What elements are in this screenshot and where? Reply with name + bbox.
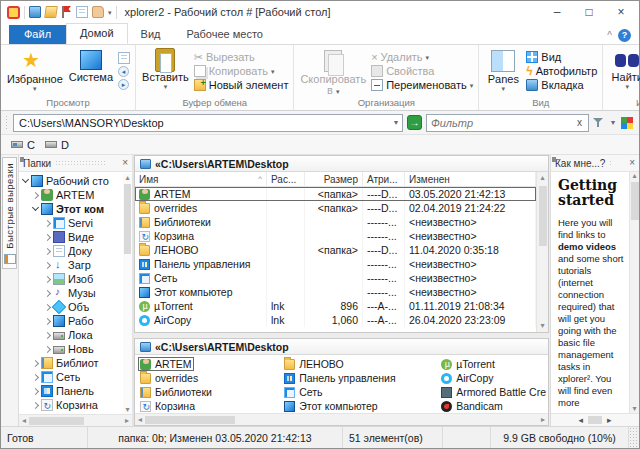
expander-icon[interactable] [44, 289, 51, 296]
header-grip[interactable] [609, 160, 612, 167]
go-button[interactable]: → [407, 115, 422, 130]
color-grid-icon[interactable] [621, 117, 633, 129]
tab-workspace[interactable]: Рабочее место [173, 25, 276, 44]
expander-icon[interactable] [22, 176, 29, 183]
tree-item-desktop[interactable]: Рабочий сто [19, 174, 132, 188]
cut-button[interactable]: ✂ Вырезать [194, 51, 289, 63]
file-row[interactable]: ЛЕНОВО<папка>----D...11.04.2020 0:35:18 [135, 243, 536, 257]
tree-item-artem[interactable]: ARTEM [19, 188, 132, 202]
close-panel-icon[interactable]: × [122, 158, 128, 168]
panes-button[interactable]: Panes ▾ [482, 46, 524, 96]
scroll-up-icon[interactable]: ▴ [123, 174, 133, 182]
expander-icon[interactable] [32, 387, 39, 394]
grid-item[interactable]: Сеть [282, 385, 324, 399]
expander-icon[interactable] [44, 275, 51, 282]
file-row[interactable]: Панель управления------...<неизвестно> [135, 257, 536, 271]
delete-button[interactable]: × Удалить ▾ [371, 51, 473, 63]
system-button[interactable]: Система [66, 46, 116, 96]
file-row[interactable]: Библиотеки------...<неизвестно> [135, 215, 536, 229]
expander-icon[interactable] [44, 303, 51, 310]
resize-grip[interactable] [629, 427, 639, 448]
grid-item[interactable]: ARTEM [138, 357, 194, 371]
help-icon[interactable]: ? [618, 29, 631, 42]
filter-input[interactable] [431, 117, 575, 129]
maximize-icon[interactable]: □ [573, 2, 605, 23]
grid-item[interactable]: Библиотеки [138, 385, 214, 399]
column-header-ext[interactable]: Рас... [267, 172, 305, 186]
address-combo[interactable]: C:\Users\MANSORY\Desktop ▾ [13, 114, 403, 132]
tree-item-desktop-folder[interactable]: Рабо [19, 314, 132, 328]
close-icon[interactable]: × [605, 2, 637, 23]
expander-icon[interactable] [44, 331, 51, 338]
scrollbar-thumb[interactable] [631, 182, 639, 220]
address-path[interactable]: C:\Users\MANSORY\Desktop [19, 117, 388, 129]
scroll-down-icon[interactable]: ▾ [123, 406, 133, 414]
open-folder-icon[interactable] [44, 6, 58, 18]
tree-item-videos[interactable]: Виде [19, 230, 132, 244]
scroll-right-icon[interactable]: ▸ [538, 416, 548, 424]
view-button[interactable]: Вид [526, 51, 597, 63]
tree-item-music[interactable]: Музы [19, 286, 132, 300]
icon-pane-horizontal-scrollbar[interactable]: ◂ ▸ [135, 413, 548, 425]
scroll-left-icon[interactable]: ◂ [135, 416, 145, 424]
tab-view[interactable]: Вид [128, 25, 174, 44]
quick-clips-tab[interactable]: Быстрые вырезки [2, 157, 17, 269]
file-row[interactable]: AirCopylnk1,060---A-...26.04.2020 23:23:… [135, 313, 536, 327]
expander-icon[interactable] [32, 204, 39, 211]
scroll-down-icon[interactable]: ▾ [540, 320, 544, 332]
grid-item[interactable]: AirCopy [439, 371, 495, 385]
grid-item[interactable]: overrides [138, 371, 200, 385]
refresh-document-icon[interactable] [76, 6, 88, 18]
funnel-dropdown-icon[interactable]: ▾ [609, 119, 617, 127]
file-row[interactable]: µTorrentlnk896---A-...01.11.2019 21:08:3… [135, 299, 536, 313]
filter-funnel-icon[interactable] [593, 117, 605, 128]
expander-icon[interactable] [44, 219, 51, 226]
tree-item-service[interactable]: Servi [19, 216, 132, 230]
pin-icon[interactable] [109, 158, 119, 168]
expander-icon[interactable] [44, 345, 51, 352]
scrollbar-thumb[interactable] [124, 184, 131, 254]
scroll-right-icon[interactable]: ▸ [604, 416, 615, 425]
clear-filter-icon[interactable]: x [575, 118, 584, 128]
new-item-button[interactable]: Новый элемент [194, 79, 289, 91]
copy-button[interactable]: Копировать ▾ [194, 65, 289, 77]
file-row[interactable]: overrides<папка>----D...02.04.2019 21:24… [135, 201, 536, 215]
file-row[interactable]: Этот компьютер------...<неизвестно> [135, 285, 536, 299]
help-horizontal-scrollbar[interactable]: ◂ ▸ [551, 413, 639, 426]
tab-file[interactable]: Файл [9, 25, 66, 44]
expander-icon[interactable] [32, 401, 39, 408]
scrollbar-thumb[interactable] [588, 416, 602, 424]
scroll-up-icon[interactable]: ▴ [630, 172, 640, 180]
tree-item-3d-objects[interactable]: Объ [19, 300, 132, 314]
icon-pane-tab[interactable]: «C:\Users\ARTEM\Desktop [135, 339, 548, 355]
scrollbar-thumb[interactable] [145, 416, 235, 424]
tree-item-downloads[interactable]: Загр [19, 258, 132, 272]
grid-item[interactable]: Armored Battle Cre [439, 385, 548, 399]
expander-icon[interactable] [44, 261, 51, 268]
tree-item-libraries[interactable]: Библиот [19, 356, 132, 370]
tree-item-pictures[interactable]: Изоб [19, 272, 132, 286]
drive-tab-c[interactable]: C [11, 139, 35, 151]
grid-item[interactable]: µTorrent [439, 357, 497, 371]
scroll-right-icon[interactable]: ▸ [122, 417, 132, 425]
expander-icon[interactable] [32, 359, 39, 366]
grid-item[interactable]: Корзина [138, 399, 197, 413]
tree-item-control-panel[interactable]: Панель [19, 384, 132, 398]
tree-item-network[interactable]: Сеть [19, 370, 132, 384]
file-row[interactable]: Сеть------...<неизвестно> [135, 271, 536, 285]
collapse-ribbon-icon[interactable]: ^ [607, 31, 612, 41]
address-dropdown-icon[interactable]: ▾ [392, 119, 400, 127]
help-vertical-scrollbar[interactable]: ▴ ▾ [629, 172, 639, 413]
file-row[interactable]: Корзина------...<неизвестно> [135, 229, 536, 243]
minimize-icon[interactable]: – [541, 2, 573, 23]
tab-home[interactable]: Домой [66, 23, 128, 44]
header-grip[interactable] [55, 160, 105, 167]
tree-item-new-volume[interactable]: Новь [19, 342, 132, 356]
detail-pane-tab[interactable]: «C:\Users\ARTEM\Desktop [135, 156, 548, 172]
hand-icon[interactable] [92, 6, 104, 18]
file-list-vertical-scrollbar[interactable]: ▴ ▾ [536, 172, 548, 332]
scroll-up-icon[interactable]: ▴ [540, 172, 544, 184]
filter-box[interactable]: x [426, 114, 589, 132]
tree-item-local-disk[interactable]: Лока [19, 328, 132, 342]
tab-button[interactable]: Вкладка [526, 79, 597, 91]
